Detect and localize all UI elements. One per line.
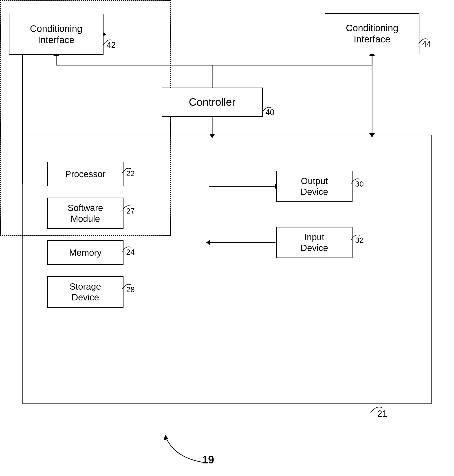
controller-label: Controller [189,96,235,109]
ref19-arrow [153,431,216,467]
conditioning-interface-left: ConditioningInterface [9,14,104,55]
output-device-box: OutputDevice [276,171,353,202]
software-module-box: SoftwareModule [47,197,123,229]
output-device-label: OutputDevice [301,176,328,197]
svg-marker-21 [164,434,168,440]
storage-device-box: StorageDevice [47,276,123,308]
ref24-curve [121,244,132,253]
memory-label: Memory [69,247,101,258]
ci-left-label: ConditioningInterface [30,23,83,46]
conditioning-interface-right: ConditioningInterface [325,13,419,54]
processor-box: Processor [47,162,123,186]
controller-box: Controller [162,88,263,117]
ref40-curve [260,103,273,114]
software-module-label: SoftwareModule [68,203,103,224]
ci-right-label: ConditioningInterface [346,23,398,45]
ref22-curve [121,165,132,174]
processor-label: Processor [65,169,106,179]
ref44-curve [416,35,430,46]
input-device-label: InputDevice [301,232,328,253]
memory-box: Memory [47,240,123,265]
ref21-curve [368,402,384,415]
ref32-curve [350,232,362,241]
ref30-curve [350,176,362,185]
ref42-curve [101,36,114,47]
diagram: ConditioningInterface 42 ConditioningInt… [0,0,454,476]
input-device-box: InputDevice [276,227,353,258]
ref27-curve [121,203,132,212]
storage-device-label: StorageDevice [70,281,101,303]
ref28-curve [121,281,132,290]
